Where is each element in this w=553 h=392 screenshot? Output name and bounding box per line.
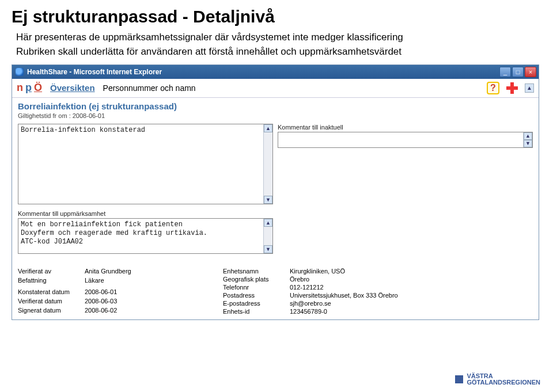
slide-desc-1: Här presenteras de uppmärksamhetssignale… (16, 31, 541, 44)
kommentar-uppm-label: Kommentar till uppmärksamhet (18, 210, 273, 217)
meta-value: Anita Grundberg (85, 268, 200, 276)
kommentar-inaktuell-label: Kommentar till inaktuell (278, 124, 533, 131)
meta-value: 2008-06-03 (85, 298, 200, 306)
overview-link[interactable]: Översikten (50, 83, 95, 93)
meta-key: Enhetsnamn (223, 268, 286, 275)
meta-key: Postadress (223, 292, 286, 299)
scroll-down-icon[interactable]: ▼ (264, 245, 272, 253)
meta-key: Enhets-id (223, 308, 286, 315)
page-scroll-up[interactable]: ▲ (525, 83, 534, 93)
scroll-up-icon[interactable]: ▲ (264, 219, 272, 227)
window-titlebar[interactable]: HealthShare - Microsoft Internet Explore… (12, 65, 539, 79)
kommentar-uppm-text: Mot en borreliainfektion fick patienten … (18, 219, 263, 253)
meta-value: 012-121212 (290, 284, 405, 291)
slide-title: Ej strukturanpassad - Detaljnivå (12, 7, 541, 26)
scrollbar[interactable]: ▲ ▼ (523, 132, 532, 147)
meta-key: Telefonnr (223, 284, 286, 291)
meta-key: Geografisk plats (223, 276, 286, 283)
meta-value (85, 286, 200, 287)
scrollbar[interactable]: ▲ ▼ (263, 219, 272, 253)
help-icon[interactable]: ? (487, 82, 499, 94)
meta-value: Universitetssjukhuset, Box 333 Örebro (290, 292, 405, 299)
slide-desc-2: Rubriken skall underlätta för användaren… (16, 45, 541, 59)
scroll-up-icon[interactable]: ▲ (524, 132, 532, 140)
scrollbar[interactable]: ▲ ▼ (263, 124, 272, 204)
window-title: HealthShare - Microsoft Internet Explore… (27, 68, 162, 76)
meta-key: E-postadress (223, 300, 286, 307)
browser-window: HealthShare - Microsoft Internet Explore… (12, 64, 539, 320)
person-placeholder: Personnummer och namn (103, 83, 196, 93)
close-button[interactable]: × (525, 67, 536, 77)
meta-value: 2008-06-01 (85, 288, 200, 296)
scroll-down-icon[interactable]: ▼ (264, 196, 272, 204)
scroll-down-icon[interactable]: ▼ (524, 140, 532, 147)
diagnosis-textbox[interactable]: Borrelia-infektion konstaterad ▲ ▼ (18, 124, 273, 204)
meta-key (18, 286, 81, 287)
metadata-table: Verifierat avAnita GrundbergBefattningLä… (12, 264, 539, 319)
diagnosis-title: Borreliainfektion (ej strukturanpassad) (18, 101, 533, 111)
meta-value: Läkare (85, 277, 200, 285)
app-header: npÖ Översikten Personnummer och namn ? ▲ (12, 79, 539, 98)
meta-left-col: Verifierat avAnita GrundbergBefattningLä… (18, 268, 200, 315)
logo-square-icon (455, 375, 463, 383)
meta-key: Verifierat av (18, 268, 81, 276)
meta-key: Signerat datum (18, 307, 81, 315)
footer-line2: GÖTALANDSREGIONEN (467, 379, 540, 386)
maximize-button[interactable]: □ (512, 67, 524, 77)
vgr-logo: VÄSTRA GÖTALANDSREGIONEN (455, 373, 540, 386)
meta-key: Verifierat datum (18, 298, 81, 306)
ie-icon (16, 68, 24, 76)
meta-value: 123456789-0 (290, 308, 405, 315)
meta-value: 2008-06-02 (85, 307, 200, 315)
kommentar-uppm-textbox[interactable]: Mot en borreliainfektion fick patienten … (18, 218, 273, 254)
meta-value: Örebro (290, 276, 405, 283)
minimize-button[interactable]: _ (499, 67, 511, 77)
meta-key: Befattning (18, 277, 81, 285)
scroll-up-icon[interactable]: ▲ (264, 124, 272, 132)
meta-key: Konstaterat datum (18, 288, 81, 296)
kommentar-inaktuell-textbox[interactable]: ▲ ▼ (278, 132, 533, 148)
meta-value: Kirurgkliniken, USÖ (290, 268, 405, 275)
kommentar-inaktuell-text (278, 132, 523, 147)
emergency-icon[interactable] (505, 81, 519, 95)
meta-right-col: EnhetsnamnKirurgkliniken, USÖGeografisk … (223, 268, 405, 315)
npo-logo: npÖ (17, 82, 42, 94)
meta-value: sjh@orebro.se (290, 300, 405, 307)
diagnosis-text: Borrelia-infektion konstaterad (18, 124, 263, 204)
validity-label: Giltighetstid fr om : 2008-06-01 (18, 112, 533, 119)
